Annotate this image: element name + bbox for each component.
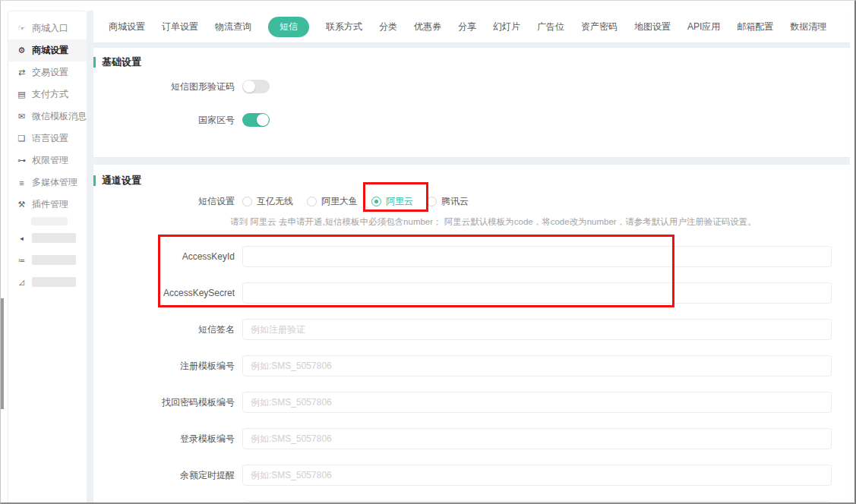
field-label: 找回密码模板编号: [93, 396, 242, 409]
login-template-input[interactable]: [242, 428, 832, 449]
tab-ad-position[interactable]: 广告位: [537, 17, 564, 37]
tab-order-settings[interactable]: 订单设置: [162, 17, 198, 37]
sidebar: ☞ 商城入口 ⚙ 商城设置 ⇄ 交易设置 ▤ 支付方式 ✉ 微信模板消息 ❏ 语…: [8, 11, 87, 502]
form-row-balance-reminder: 余额定时提醒: [93, 465, 850, 486]
sidebar-item-wechat-template[interactable]: ✉ 微信模板消息: [8, 106, 87, 128]
radio-icon: [307, 197, 317, 206]
admin-settings-window: { "colors": { "accent": "#3eba9d", "anno…: [0, 0, 856, 504]
sidebar-item-payment-methods[interactable]: ▤ 支付方式: [8, 83, 87, 106]
chat-bubbles-icon: ✉: [17, 112, 27, 121]
redacted-icon: ◿: [17, 279, 27, 286]
tab-api-app[interactable]: API应用: [687, 17, 720, 37]
document-icon: ❏: [17, 134, 27, 143]
bank-card-icon: ▤: [17, 90, 27, 99]
password-recovery-template-input[interactable]: [242, 392, 832, 413]
form-row-accesskeysecret: AccessKeySecret: [93, 282, 850, 304]
sidebar-item-label: 商城入口: [32, 22, 68, 35]
hand-pointer-icon: ☞: [17, 24, 27, 33]
plugin-icon: ⚒: [17, 200, 27, 209]
tab-coupon[interactable]: 优惠券: [414, 17, 441, 37]
toggle-row-sms-captcha: 短信图形验证码: [93, 80, 850, 93]
tab-contact[interactable]: 联系方式: [326, 17, 362, 37]
field-label: 短信签名: [93, 323, 242, 336]
radio-option-aliyun[interactable]: 阿里云: [371, 195, 413, 208]
key-icon: ⊶: [17, 156, 27, 165]
radio-option-tencent[interactable]: 腾讯云: [427, 195, 469, 208]
radio-selected-icon: [371, 197, 381, 206]
form-row-accesskeyid: AccessKeyId: [93, 246, 850, 267]
tab-asset-password[interactable]: 资产密码: [581, 17, 618, 37]
balance-reminder-input[interactable]: [242, 465, 832, 486]
window-scrollbar-thumb[interactable]: [1, 298, 4, 409]
sidebar-item-plugin-management[interactable]: ⚒ 插件管理: [8, 194, 87, 216]
aliyun-helper-text: 请到 阿里云 去申请开通,短信模板中必须包含number； 阿里云默认模板为co…: [230, 216, 850, 228]
sidebar-item-label: 多媒体管理: [32, 176, 77, 189]
channel-settings-section: 通道设置 短信设置 互亿无线 阿里大鱼 阿里云 腾讯云: [93, 165, 850, 502]
toggle-knob: [243, 80, 255, 93]
form-row-register-template: 注册模板编号: [93, 355, 850, 376]
sidebar-item-redacted[interactable]: ◂: [8, 227, 87, 249]
accesskeyid-input[interactable]: [242, 246, 832, 267]
tab-mailbox-config[interactable]: 邮箱配置: [737, 17, 773, 37]
redacted-label-block: [32, 277, 76, 287]
toggle-label: 短信图形验证码: [93, 80, 242, 93]
field-label: AccessKeySecret: [93, 288, 242, 298]
redacted-label-block: [32, 233, 76, 243]
section-title-bar: [93, 57, 96, 68]
radio-option-alidayu[interactable]: 阿里大鱼: [307, 195, 358, 208]
radio-option-label: 互亿无线: [257, 195, 293, 208]
radio-icon: [427, 197, 437, 206]
radio-option-label: 阿里云: [386, 195, 413, 208]
sidebar-item-label: 权限管理: [32, 154, 68, 167]
radio-group-label: 短信设置: [93, 195, 242, 208]
field-label: 余额定时提醒: [93, 469, 242, 482]
list-icon: ≡: [17, 178, 27, 187]
sidebar-item-label: 商城设置: [32, 44, 68, 57]
sidebar-item-label: 支付方式: [32, 88, 68, 101]
main-content: 商城设置 订单设置 物流查询 短信 联系方式 分类 优惠券 分享 幻灯片 广告位…: [93, 11, 850, 502]
toggle-knob: [257, 114, 269, 126]
toggle-label: 国家区号: [93, 114, 242, 127]
gear-icon: ⚙: [17, 46, 27, 55]
sidebar-item-permission-management[interactable]: ⊶ 权限管理: [8, 150, 87, 172]
tab-data-cleanup[interactable]: 数据清理: [790, 17, 826, 37]
sidebar-item-redacted[interactable]: ◿: [8, 271, 87, 293]
tab-mall-settings[interactable]: 商城设置: [109, 17, 145, 37]
radio-option-label: 阿里大鱼: [321, 195, 358, 208]
swap-arrows-icon: ⇄: [17, 68, 27, 77]
channel-fields: AccessKeyId AccessKeySecret 短信签名 注册模板编号 …: [93, 246, 850, 502]
sidebar-item-redacted[interactable]: ≔: [8, 249, 87, 271]
field-label: AccessKeyId: [93, 251, 242, 262]
section-title-text: 通道设置: [102, 174, 141, 187]
sidebar-item-label: 语言设置: [32, 132, 68, 145]
tab-slideshow[interactable]: 幻灯片: [493, 17, 520, 37]
clipped-input[interactable]: [242, 501, 832, 502]
redacted-submenu-block: [31, 217, 68, 225]
sidebar-item-mall-entrance[interactable]: ☞ 商城入口: [8, 17, 87, 39]
tab-sms[interactable]: 短信: [268, 17, 309, 37]
sidebar-item-language-settings[interactable]: ❏ 语言设置: [8, 128, 87, 150]
section-title-text: 基础设置: [102, 55, 141, 69]
sidebar-item-media-management[interactable]: ≡ 多媒体管理: [8, 172, 87, 194]
section-title-channel: 通道设置: [93, 174, 850, 187]
register-template-input[interactable]: [242, 355, 832, 376]
radio-option-ihuyi[interactable]: 互亿无线: [242, 195, 293, 208]
sidebar-item-trade-settings[interactable]: ⇄ 交易设置: [8, 61, 87, 83]
sms-captcha-toggle[interactable]: [242, 80, 270, 93]
sidebar-item-mall-settings[interactable]: ⚙ 商城设置: [8, 39, 87, 61]
form-row-sms-signature: 短信签名: [93, 319, 850, 340]
accesskeysecret-input[interactable]: [242, 282, 832, 304]
tab-logistics-query[interactable]: 物流查询: [215, 17, 251, 37]
sidebar-item-label: 交易设置: [32, 66, 68, 79]
form-row-login-template: 登录模板编号: [93, 428, 850, 449]
tab-map-settings[interactable]: 地图设置: [634, 17, 671, 37]
settings-tabbar: 商城设置 订单设置 物流查询 短信 联系方式 分类 优惠券 分享 幻灯片 广告位…: [93, 11, 850, 43]
country-code-toggle[interactable]: [242, 113, 270, 127]
sms-signature-input[interactable]: [242, 319, 832, 340]
tab-category[interactable]: 分类: [379, 17, 397, 37]
layout-gutter: [87, 11, 93, 502]
radio-option-label: 腾讯云: [441, 195, 469, 208]
tab-share[interactable]: 分享: [458, 17, 476, 37]
redacted-icon: ≔: [17, 257, 27, 264]
sms-provider-radio-row: 短信设置 互亿无线 阿里大鱼 阿里云 腾讯云: [93, 194, 850, 209]
